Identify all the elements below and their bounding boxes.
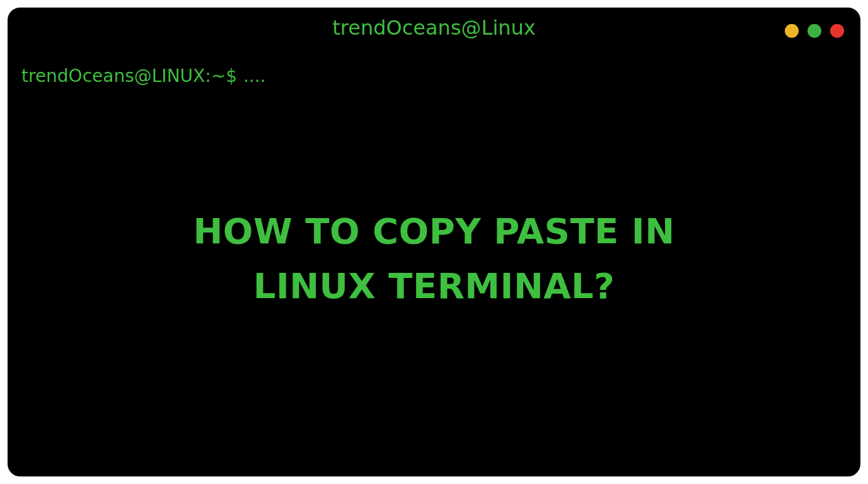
shell-command: ....: [243, 66, 266, 86]
titlebar: trendOceans@Linux: [9, 9, 859, 47]
maximize-icon[interactable]: [807, 24, 821, 38]
close-icon[interactable]: [830, 24, 844, 38]
shell-prompt: trendOceans@LINUX:~$: [21, 66, 237, 86]
terminal-body[interactable]: trendOceans@LINUX:~$ ....: [9, 47, 859, 86]
headline-line-1: HOW TO COPY PASTE IN: [34, 204, 834, 259]
headline: HOW TO COPY PASTE IN LINUX TERMINAL?: [9, 204, 859, 314]
window-title: trendOceans@Linux: [332, 16, 536, 40]
traffic-lights: [785, 24, 844, 38]
minimize-icon[interactable]: [785, 24, 799, 38]
prompt-line: trendOceans@LINUX:~$ ....: [21, 66, 847, 86]
terminal-window: trendOceans@Linux trendOceans@LINUX:~$ .…: [8, 8, 860, 476]
headline-line-2: LINUX TERMINAL?: [34, 259, 834, 314]
